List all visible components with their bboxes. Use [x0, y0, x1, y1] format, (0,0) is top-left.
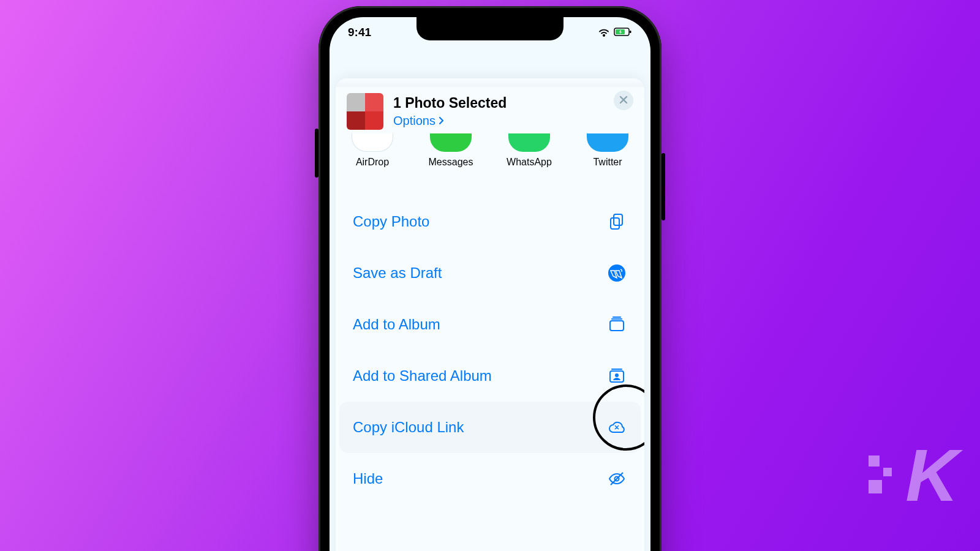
action-label: Copy Photo	[353, 213, 429, 230]
close-button[interactable]	[614, 91, 633, 110]
close-icon	[619, 94, 628, 107]
airdrop-icon	[352, 133, 393, 152]
action-hide[interactable]: Hide	[336, 453, 644, 504]
svg-rect-6	[610, 321, 624, 331]
phone-screen: 9:41 1 Photo Selected	[330, 17, 650, 551]
messages-icon	[430, 133, 472, 152]
svg-point-8	[615, 373, 619, 377]
share-actions: Copy Photo Save as Draft Add to Album	[336, 196, 644, 504]
watermark-logo: K	[869, 433, 956, 517]
share-app-messages[interactable]: Messages	[423, 133, 479, 168]
action-copy-photo[interactable]: Copy Photo	[336, 196, 644, 247]
share-app-whatsapp[interactable]: WhatsApp	[501, 133, 557, 168]
stage: 9:41 1 Photo Selected	[0, 0, 980, 551]
battery-icon	[614, 28, 632, 37]
whatsapp-icon	[508, 133, 550, 152]
copy-icon	[606, 211, 627, 232]
phone-notch	[417, 17, 564, 40]
share-header: 1 Photo Selected Options	[336, 87, 644, 130]
chevron-right-icon	[438, 114, 445, 128]
action-label: Copy iCloud Link	[353, 419, 464, 436]
sheet-grabber-area	[336, 78, 644, 87]
wordpress-icon	[606, 263, 627, 283]
shared-album-icon	[606, 365, 627, 386]
action-add-album[interactable]: Add to Album	[336, 299, 644, 350]
action-copy-icloud-link[interactable]: Copy iCloud Link	[339, 402, 641, 453]
action-save-draft[interactable]: Save as Draft	[336, 247, 644, 299]
share-apps-row[interactable]: AirDrop Messages WhatsApp Twitter	[336, 131, 644, 168]
status-right	[598, 28, 632, 37]
app-label: WhatsApp	[501, 157, 557, 168]
wifi-icon	[598, 28, 610, 37]
options-label: Options	[393, 114, 435, 128]
action-label: Add to Shared Album	[353, 367, 492, 384]
share-app-twitter[interactable]: Twitter	[579, 133, 636, 168]
twitter-icon	[587, 133, 628, 152]
photo-thumbnail[interactable]	[347, 93, 383, 130]
svg-rect-3	[614, 214, 622, 225]
app-label: AirDrop	[344, 157, 401, 168]
svg-rect-2	[630, 31, 631, 33]
app-label: Messages	[423, 157, 479, 168]
action-label: Save as Draft	[353, 264, 442, 282]
app-label: Twitter	[579, 157, 636, 168]
share-title: 1 Photo Selected	[393, 95, 633, 111]
watermark-letter: K	[905, 433, 956, 517]
share-sheet: 1 Photo Selected Options	[336, 78, 644, 551]
action-label: Hide	[353, 470, 383, 487]
status-time: 9:41	[348, 26, 371, 39]
share-app-airdrop[interactable]: AirDrop	[344, 133, 401, 168]
eye-slash-icon	[606, 468, 627, 489]
svg-rect-4	[611, 218, 619, 229]
action-label: Add to Album	[353, 316, 440, 333]
action-add-shared-album[interactable]: Add to Shared Album	[336, 350, 644, 402]
cloud-link-icon	[606, 417, 627, 438]
album-icon	[606, 314, 627, 335]
phone-frame: 9:41 1 Photo Selected	[318, 6, 662, 551]
options-link[interactable]: Options	[393, 114, 633, 128]
